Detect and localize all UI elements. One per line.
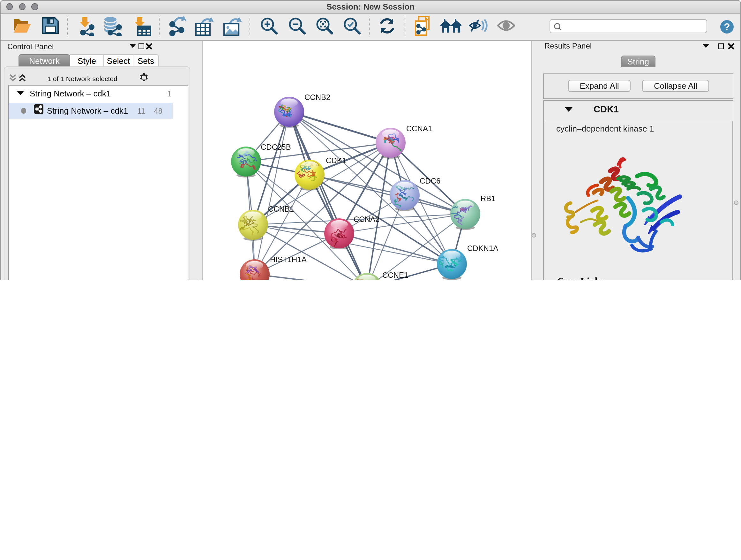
svg-text:HIST1H1A: HIST1H1A bbox=[270, 255, 307, 264]
svg-text:CCNE1: CCNE1 bbox=[382, 271, 408, 279]
svg-text:CDK1: CDK1 bbox=[326, 156, 346, 165]
svg-text:CCNA2: CCNA2 bbox=[353, 215, 379, 224]
svg-text:CDC6: CDC6 bbox=[419, 177, 440, 185]
svg-text:RB1: RB1 bbox=[480, 194, 495, 203]
svg-text:?: ? bbox=[724, 21, 730, 33]
svg-text:CCNB1: CCNB1 bbox=[268, 205, 293, 213]
svg-text:CCNA1: CCNA1 bbox=[406, 124, 432, 133]
svg-text:CCNB2: CCNB2 bbox=[304, 93, 330, 102]
svg-text:CDC25B: CDC25B bbox=[260, 143, 291, 151]
svg-text:CDKN1A: CDKN1A bbox=[467, 244, 498, 253]
